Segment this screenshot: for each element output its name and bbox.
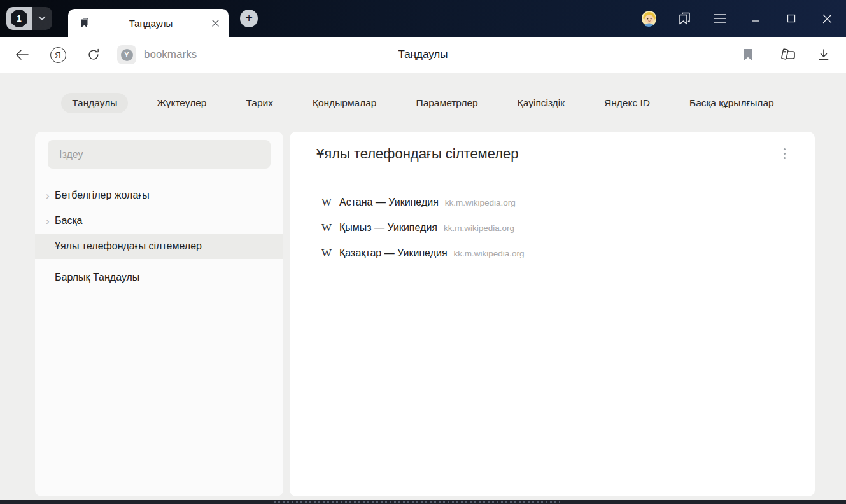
tab-settings[interactable]: Параметрлер (405, 93, 488, 113)
yandex-logo-icon: Я (50, 47, 66, 63)
bookmark-page-button[interactable] (738, 45, 758, 64)
wikipedia-favicon-icon: W (321, 196, 335, 209)
window-close-button[interactable] (819, 11, 835, 26)
reload-button[interactable] (84, 45, 103, 64)
all-favorites-label: Барлық Таңдаулы (55, 272, 139, 283)
titlebar-divider (60, 11, 60, 25)
bookmark-domain: kk.m.wikipedia.org (445, 198, 516, 207)
yandex-home-button[interactable]: Я (48, 45, 67, 64)
folder-other[interactable]: › Басқа (35, 208, 283, 234)
bookmark-item[interactable]: W Қымыз — Уикипедия kk.m.wikipedia.org (321, 215, 815, 241)
bookmark-item[interactable]: W Астана — Уикипедия kk.m.wikipedia.org (321, 190, 815, 215)
tab-other-devices[interactable]: Басқа құрылғылар (679, 93, 785, 113)
folder-label: Ұялы телефондағы сілтемелер (55, 241, 202, 252)
downloads-button[interactable] (814, 45, 833, 64)
chevron-down-icon (38, 16, 46, 21)
taskbar-edge (0, 500, 846, 504)
hamburger-menu-icon (714, 13, 726, 24)
close-icon (822, 14, 832, 24)
window-titlebar: 1 Таңдаулы + (0, 0, 846, 37)
bookmark-item[interactable]: W Қазақтар — Уикипедия kk.m.wikipedia.or… (321, 241, 815, 266)
collections-button[interactable] (779, 45, 798, 64)
bookmark-title[interactable]: Астана — Уикипедия (339, 197, 439, 208)
bookmark-flag-icon (743, 48, 753, 61)
address-bar-favicon[interactable]: Y (117, 45, 136, 64)
bookmark-search[interactable] (48, 140, 271, 169)
folder-mobile-links[interactable]: Ұялы телефондағы сілтемелер (35, 234, 283, 259)
tab-count[interactable]: 1 (6, 7, 32, 30)
browser-toolbar: Я Y bookmarks Таңдаулы (0, 37, 846, 73)
folder-label: Бетбелгілер жолағы (55, 190, 150, 201)
chevron-right-icon[interactable]: › (46, 216, 55, 227)
reload-icon (87, 48, 101, 62)
wikipedia-favicon-icon: W (321, 221, 335, 234)
taskbar-edge-texture (274, 501, 560, 503)
bookmarks-sidebar: › Бетбелгілер жолағы › Басқа Ұялы телефо… (35, 132, 283, 496)
tab-title: Таңдаулы (90, 18, 211, 29)
bookmark-domain: kk.m.wikipedia.org (444, 223, 514, 233)
download-icon (817, 48, 830, 61)
favicon-letter: Y (124, 51, 129, 59)
titlebar-right-controls (641, 11, 835, 26)
folder-bookmarks-bar[interactable]: › Бетбелгілер жолағы (35, 183, 283, 208)
bookmark-domain: kk.m.wikipedia.org (454, 249, 525, 258)
tab-controls: 1 (6, 7, 68, 30)
folder-header: Ұялы телефондағы сілтемелер (290, 132, 815, 176)
bookmark-title[interactable]: Қазақтар — Уикипедия (339, 248, 448, 259)
new-tab-button[interactable]: + (240, 10, 258, 27)
page-favicon-icon: Y (121, 49, 133, 61)
bookmark-tab-icon (80, 17, 90, 29)
folder-tree: › Бетбелгілер жолағы › Басқа Ұялы телефо… (35, 183, 283, 259)
browser-tab-active[interactable]: Таңдаулы (68, 9, 229, 37)
tab-list-dropdown[interactable] (32, 7, 52, 30)
bookmark-list: W Астана — Уикипедия kk.m.wikipedia.org … (290, 176, 815, 266)
profile-avatar[interactable] (641, 11, 656, 26)
maximize-icon (787, 14, 796, 23)
content-area: › Бетбелгілер жолағы › Басқа Ұялы телефо… (35, 132, 815, 496)
collections-icon (779, 47, 797, 62)
window-maximize-button[interactable] (784, 11, 799, 26)
more-options-icon (784, 148, 786, 150)
chevron-right-icon[interactable]: › (46, 190, 55, 201)
more-options-icon (784, 157, 786, 159)
tab-history[interactable]: Тарих (235, 93, 283, 113)
bookmarks-panel-icon (677, 11, 692, 26)
folder-title: Ұялы телефондағы сілтемелер (316, 146, 780, 162)
avatar (641, 10, 656, 27)
toolbar-right-actions (738, 45, 833, 64)
tab-close-icon[interactable] (211, 19, 220, 27)
search-input[interactable] (48, 149, 271, 160)
all-favorites-item[interactable]: Барлық Таңдаулы (35, 260, 283, 295)
tab-downloads[interactable]: Жүктеулер (146, 93, 217, 113)
back-button[interactable] (13, 45, 32, 64)
tab-yandex-id[interactable]: Яндекс ID (593, 93, 661, 113)
tab-counter-button[interactable]: 1 (6, 7, 52, 30)
address-bar-url[interactable]: bookmarks (144, 48, 197, 61)
window-minimize-button[interactable] (748, 11, 763, 26)
tab-count-badge: 1 (11, 10, 27, 27)
tab-security[interactable]: Қауіпсіздік (507, 93, 575, 113)
more-options-icon (784, 153, 786, 155)
browser-menu-button[interactable] (712, 11, 728, 26)
tab-favorites[interactable]: Таңдаулы (61, 93, 128, 113)
bookmarks-panel-button[interactable] (677, 11, 692, 26)
folder-label: Басқа (55, 215, 82, 227)
folder-options-button[interactable] (780, 144, 789, 163)
bookmarks-page: Таңдаулы Жүктеулер Тарих Қондырмалар Пар… (0, 73, 846, 500)
tab-extensions[interactable]: Қондырмалар (302, 93, 388, 113)
back-arrow-icon (15, 49, 29, 60)
settings-nav-tabs: Таңдаулы Жүктеулер Тарих Қондырмалар Пар… (0, 73, 846, 113)
bookmarks-main-panel: Ұялы телефондағы сілтемелер W Астана — У… (290, 132, 815, 496)
yandex-letter: Я (55, 50, 60, 60)
address-bar-page-title: Таңдаулы (398, 48, 448, 61)
minimize-icon (751, 14, 760, 23)
wikipedia-favicon-icon: W (321, 247, 335, 260)
avatar-face-icon (641, 10, 656, 27)
toolbar-divider (768, 47, 768, 62)
bookmark-title[interactable]: Қымыз — Уикипедия (339, 222, 437, 234)
